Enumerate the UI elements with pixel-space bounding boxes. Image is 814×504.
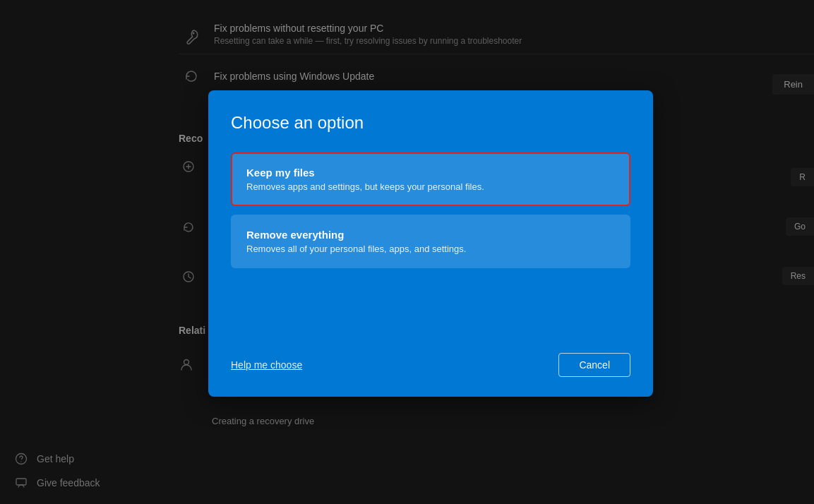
keep-files-option[interactable]: Keep my files Removes apps and settings,…: [231, 152, 630, 206]
help-me-choose-link[interactable]: Help me choose: [231, 359, 302, 371]
cancel-button[interactable]: Cancel: [558, 353, 630, 377]
remove-everything-desc: Removes all of your personal files, apps…: [246, 244, 615, 254]
keep-files-title: Keep my files: [246, 167, 615, 179]
keep-files-desc: Removes apps and settings, but keeps you…: [246, 181, 615, 192]
modal-dialog: Choose an option Keep my files Removes a…: [208, 90, 653, 397]
modal-footer: Help me choose Cancel: [231, 353, 630, 377]
modal-title: Choose an option: [231, 113, 630, 133]
remove-everything-title: Remove everything: [246, 229, 615, 241]
remove-everything-option[interactable]: Remove everything Removes all of your pe…: [231, 215, 630, 268]
